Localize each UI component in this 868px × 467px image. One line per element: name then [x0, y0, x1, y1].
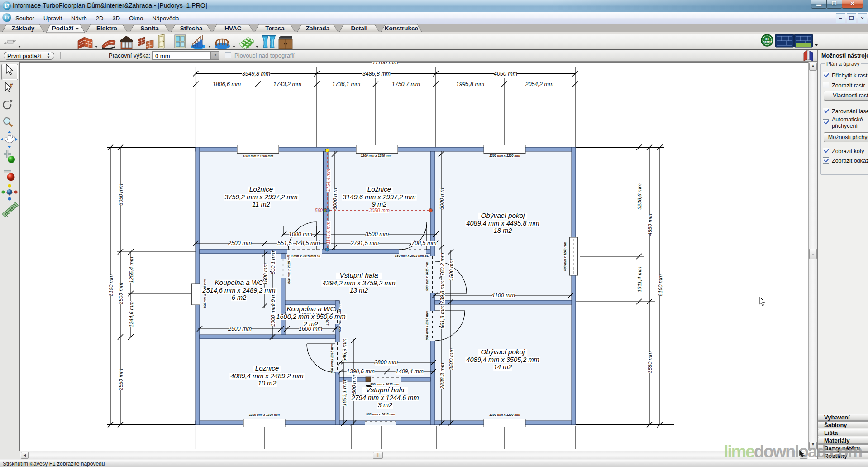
- svg-text:8100 mm: 8100 mm: [658, 274, 663, 296]
- svg-text:4089,4 mm x 2489,2 mm: 4089,4 mm x 2489,2 mm: [230, 372, 303, 380]
- svg-text:708,5 mm: 708,5 mm: [411, 240, 437, 246]
- svg-text:2838,3 mm: 2838,3 mm: [439, 363, 445, 390]
- svg-text:8100 mm: 8100 mm: [108, 274, 114, 296]
- svg-text:1736,1 mm: 1736,1 mm: [332, 81, 361, 87]
- svg-text:1743,2 mm: 1743,2 mm: [273, 81, 302, 87]
- svg-text:6 m2: 6 m2: [232, 294, 246, 301]
- svg-text:3050 mm: 3050 mm: [118, 184, 124, 206]
- svg-text:646,9 mm: 646,9 mm: [342, 338, 347, 362]
- svg-text:GREEN: GREEN: [763, 41, 772, 43]
- svg-text:10 m2: 10 m2: [258, 380, 277, 387]
- svg-text:1600,2 mm x 950,6 mm: 1600,2 mm x 950,6 mm: [276, 313, 345, 320]
- svg-text:551,5: 551,5: [277, 240, 291, 246]
- svg-text:1244,6 mm: 1244,6 mm: [129, 301, 134, 327]
- svg-text:1750,7 mm: 1750,7 mm: [392, 81, 420, 87]
- svg-text:1500 mm: 1500 mm: [448, 259, 454, 281]
- svg-text:13 m2: 13 m2: [350, 287, 368, 294]
- svg-text:600 mm x 2015 mm: 600 mm x 2015 mm: [287, 255, 291, 284]
- svg-text:1200 mm x 1200 mm: 1200 mm x 1200 mm: [243, 154, 273, 158]
- svg-text:Obývací pokoj: Obývací pokoj: [481, 212, 525, 219]
- svg-text:1390,6 mm: 1390,6 mm: [347, 368, 375, 375]
- svg-text:1995,8 mm: 1995,8 mm: [456, 81, 485, 87]
- svg-text:#: #: [10, 82, 13, 88]
- svg-text:760,2 mm: 760,2 mm: [439, 253, 445, 276]
- svg-text:1806,6 mm: 1806,6 mm: [213, 81, 241, 87]
- svg-text:1145,6 mm: 1145,6 mm: [326, 221, 331, 244]
- svg-text:Vstupní hala: Vstupní hala: [339, 271, 378, 279]
- svg-text:600 mm x 1200 mm: 600 mm x 1200 mm: [203, 279, 206, 308]
- svg-text:Koupelna a WC: Koupelna a WC: [286, 305, 335, 313]
- svg-text:Vstupní hala: Vstupní hala: [366, 386, 404, 394]
- svg-text:11 m2: 11 m2: [252, 201, 270, 208]
- svg-text:3238,6 mm: 3238,6 mm: [637, 183, 642, 210]
- svg-text:2800 mm: 2800 mm: [374, 359, 398, 366]
- svg-text:448,5 mm: 448,5 mm: [295, 240, 320, 246]
- svg-text:830 mm x 2015 mm SL: 830 mm x 2015 mm SL: [395, 254, 429, 257]
- svg-text:2794 mm x 1244,6 mm: 2794 mm x 1244,6 mm: [351, 394, 419, 401]
- svg-text:661,8 mm: 661,8 mm: [439, 305, 445, 329]
- svg-text:2500 mm: 2500 mm: [118, 283, 124, 305]
- svg-text:Obývací pokoj: Obývací pokoj: [481, 348, 525, 356]
- svg-text:3 m2: 3 m2: [378, 401, 392, 409]
- svg-text:600 mm x 1200 mm: 600 mm x 1200 mm: [563, 242, 567, 271]
- svg-text:3549,8 mm: 3549,8 mm: [242, 71, 271, 77]
- svg-text:2054,2 mm: 2054,2 mm: [525, 81, 554, 87]
- svg-text:GO: GO: [765, 38, 769, 40]
- svg-text:1200 mm x 1200 mm: 1200 mm x 1200 mm: [361, 154, 391, 157]
- svg-text:1000 mm: 1000 mm: [270, 305, 276, 327]
- svg-text:2 m2: 2 m2: [303, 320, 318, 327]
- svg-text:560 m: 560 m: [315, 208, 328, 213]
- svg-text:510,1 mm: 510,1 mm: [270, 251, 276, 274]
- svg-text:900 mm x 2015 mm: 900 mm x 2015 mm: [425, 311, 429, 340]
- svg-text:11100 mm: 11100 mm: [372, 62, 398, 66]
- svg-text:3500 mm: 3500 mm: [448, 348, 454, 370]
- svg-text:3486,8 mm: 3486,8 mm: [362, 71, 391, 77]
- svg-text:Ložnice: Ložnice: [255, 364, 279, 372]
- svg-text:4550 mm: 4550 mm: [647, 214, 653, 236]
- svg-text:4050 mm: 4050 mm: [494, 71, 517, 77]
- svg-text:18 m2: 18 m2: [494, 227, 512, 234]
- svg-text:600 mm x 2015 mm SL: 600 mm x 2015 mm SL: [287, 255, 321, 258]
- svg-text:2550 mm: 2550 mm: [118, 369, 124, 391]
- svg-text:1409,4 mm: 1409,4 mm: [396, 368, 424, 375]
- svg-text:739,8 mm: 739,8 mm: [439, 280, 445, 304]
- svg-text:1853,1 mm: 1853,1 mm: [342, 380, 347, 406]
- svg-text:2514,6 mm x 2489,2 mm: 2514,6 mm x 2489,2 mm: [202, 287, 275, 294]
- svg-text:1255,4 mm: 1255,4 mm: [129, 257, 134, 283]
- svg-text:3759,2 mm x 2997,2 mm: 3759,2 mm x 2997,2 mm: [224, 193, 297, 201]
- svg-text:2500 mm: 2500 mm: [228, 326, 252, 332]
- svg-text:4089,4 mm x 3505,2 mm: 4089,4 mm x 3505,2 mm: [466, 356, 539, 363]
- svg-text:3000 mm: 3000 mm: [332, 188, 338, 210]
- svg-text:4394,2 mm x 3759,2 mm: 4394,2 mm x 3759,2 mm: [322, 279, 395, 287]
- svg-text:900 mm x 2015 mm: 900 mm x 2015 mm: [370, 383, 399, 386]
- svg-text:1754,4 mm: 1754,4 mm: [326, 169, 331, 192]
- svg-text:3550 mm: 3550 mm: [647, 351, 653, 373]
- svg-text:900 mm x 2015 mm: 900 mm x 2015 mm: [366, 413, 395, 416]
- svg-text:4089,4 mm x 4495,8 mm: 4089,4 mm x 4495,8 mm: [466, 220, 539, 227]
- svg-text:2500 mm: 2500 mm: [228, 240, 252, 246]
- svg-text:900 mm x 2015 mm: 900 mm x 2015 mm: [425, 262, 429, 291]
- svg-text:1311,4 mm: 1311,4 mm: [637, 266, 642, 292]
- svg-text:1200 mm x 1200 mm: 1200 mm x 1200 mm: [249, 413, 280, 416]
- svg-text:4100 mm: 4100 mm: [491, 292, 515, 298]
- svg-text:Koupelna a WC: Koupelna a WC: [215, 279, 263, 286]
- svg-text:1200 mm x 1200 mm: 1200 mm x 1200 mm: [489, 413, 520, 416]
- svg-text:3000 mm: 3000 mm: [439, 188, 444, 210]
- svg-text:2791,5 mm: 2791,5 mm: [350, 240, 379, 246]
- svg-text:3050 mm: 3050 mm: [369, 207, 390, 213]
- svg-text:1000 mm: 1000 mm: [289, 231, 312, 237]
- svg-text:Ložnice: Ložnice: [367, 185, 391, 193]
- svg-text:Ložnice: Ložnice: [249, 185, 273, 193]
- svg-text:9 m2: 9 m2: [372, 201, 386, 208]
- svg-text:3500 mm: 3500 mm: [365, 231, 389, 237]
- svg-text:3149,6 mm x 2997,2 mm: 3149,6 mm x 2997,2 mm: [343, 193, 415, 201]
- svg-text:14 m2: 14 m2: [494, 363, 512, 371]
- svg-text:1200 mm x 1200 mm: 1200 mm x 1200 mm: [489, 154, 520, 157]
- svg-text:900 mm x 2015 mm: 900 mm x 2015 mm: [330, 344, 334, 373]
